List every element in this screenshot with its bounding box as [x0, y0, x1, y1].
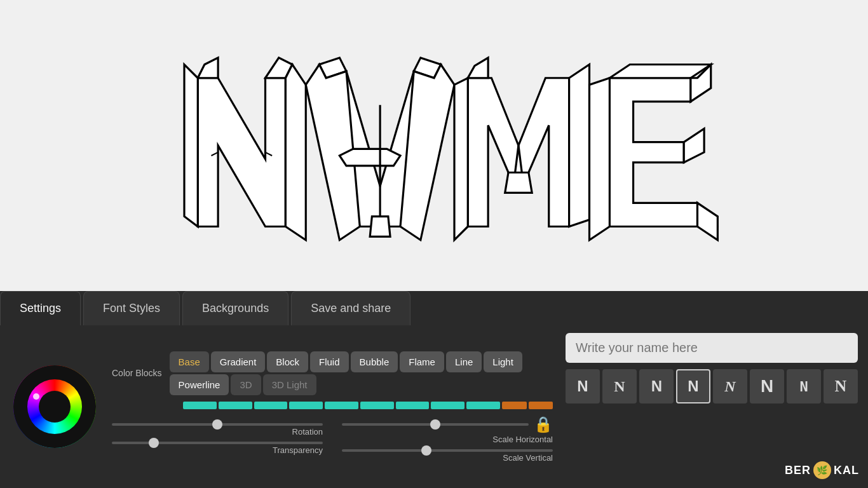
svg-marker-18: [454, 78, 468, 240]
swatch-teal-6[interactable]: [360, 402, 394, 409]
list-item[interactable]: N: [639, 369, 674, 403]
style-btn-block[interactable]: Block: [267, 351, 308, 372]
list-item[interactable]: N: [676, 369, 710, 403]
swatch-teal-5[interactable]: [325, 402, 358, 409]
swatch-teal-7[interactable]: [396, 402, 430, 409]
style-btn-line[interactable]: Line: [446, 351, 482, 372]
swatch-orange-2[interactable]: [529, 402, 553, 409]
svg-marker-23: [609, 65, 710, 78]
scale-h-slider-row: 🔒 Scale Horizontal: [342, 416, 553, 444]
transparency-slider-track[interactable]: [112, 442, 323, 444]
style-btn-gradient[interactable]: Gradient: [211, 351, 266, 372]
swatch-teal-8[interactable]: [431, 402, 465, 409]
middle-controls: Color Blocks Base Gradient Block Fluid B…: [112, 333, 553, 480]
style-btn-3d-light[interactable]: 3D Light: [263, 374, 316, 395]
swatch-orange-1[interactable]: [502, 402, 527, 409]
swatch-group-teal: [183, 402, 500, 409]
rotation-slider-track[interactable]: [112, 423, 323, 426]
color-blocks-row: Color Blocks Base Gradient Block Fluid B…: [112, 351, 553, 395]
scale-h-label: Scale Horizontal: [342, 435, 553, 444]
scale-h-slider-thumb[interactable]: [430, 419, 440, 430]
style-btn-3d[interactable]: 3D: [231, 374, 261, 395]
swatch-group-orange: [502, 402, 553, 409]
swatch-teal-1[interactable]: [183, 402, 217, 409]
swatch-teal-4[interactable]: [289, 402, 323, 409]
style-btn-flame[interactable]: Flame: [400, 351, 444, 372]
tabs-row: Settings Font Styles Backgrounds Save an…: [0, 291, 868, 325]
right-section: N N N N N N N N: [566, 333, 858, 480]
list-item[interactable]: N: [713, 369, 747, 403]
berikal-logo-leaf: 🌿: [813, 461, 831, 479]
tab-settings[interactable]: Settings: [0, 291, 81, 325]
list-item[interactable]: N: [566, 369, 600, 403]
name-input[interactable]: [566, 333, 858, 363]
color-wheel-section: [10, 333, 99, 480]
style-btn-powerline[interactable]: Powerline: [170, 374, 229, 395]
bottom-panel: Settings Font Styles Backgrounds Save an…: [0, 291, 868, 488]
list-item[interactable]: N: [787, 369, 821, 403]
scale-v-slider-track[interactable]: [342, 449, 553, 452]
swatch-teal-3[interactable]: [254, 402, 288, 409]
sliders-area: Rotation Transparency: [112, 416, 553, 463]
name-style-grid: N N N N N N N N: [566, 369, 858, 403]
berikal-text: BER: [785, 464, 811, 477]
tab-save-share[interactable]: Save and share: [291, 291, 410, 325]
svg-marker-12: [339, 149, 400, 166]
scale-h-slider-track[interactable]: [342, 423, 529, 426]
berikal-text-2: KAL: [834, 464, 859, 477]
style-btn-bubble[interactable]: Bubble: [351, 351, 398, 372]
color-wheel-highlight: [33, 393, 39, 400]
rotation-slider-thumb[interactable]: [212, 419, 222, 430]
scale-v-slider-thumb[interactable]: [421, 445, 431, 456]
svg-marker-17: [569, 65, 590, 227]
canvas-area: [0, 0, 868, 291]
transparency-slider-thumb[interactable]: [149, 438, 159, 448]
scale-slider-group: 🔒 Scale Horizontal Scale Vertical: [342, 416, 553, 463]
svg-marker-25: [589, 78, 609, 240]
swatches-container: [183, 402, 553, 409]
leaf-icon: 🌿: [817, 465, 828, 475]
svg-marker-3: [285, 65, 306, 240]
svg-marker-21: [505, 173, 532, 193]
list-item[interactable]: N: [602, 369, 637, 403]
color-blocks-label: Color Blocks: [112, 368, 162, 378]
berikal-logo: BER 🌿 KAL: [785, 461, 859, 479]
transparency-slider-row: Transparency: [112, 442, 323, 455]
svg-marker-0: [198, 78, 285, 227]
tab-font-styles[interactable]: Font Styles: [83, 291, 180, 325]
svg-marker-24: [697, 203, 717, 240]
style-btn-base[interactable]: Base: [170, 351, 209, 372]
svg-marker-1: [198, 58, 218, 78]
scale-v-label: Scale Vertical: [342, 453, 553, 463]
style-btn-light[interactable]: Light: [484, 351, 522, 372]
rotation-slider-group: Rotation Transparency: [112, 423, 323, 455]
lock-icon[interactable]: 🔒: [534, 416, 553, 433]
list-item[interactable]: N: [750, 369, 784, 403]
svg-marker-14: [370, 217, 390, 237]
rotation-slider-row: Rotation: [112, 423, 323, 437]
list-item[interactable]: N: [824, 369, 858, 403]
svg-marker-16: [468, 58, 488, 78]
swatch-teal-9[interactable]: [466, 402, 500, 409]
style-buttons: Base Gradient Block Fluid Bubble Flame L…: [170, 351, 553, 395]
transparency-label: Transparency: [112, 445, 323, 455]
svg-marker-27: [684, 128, 704, 162]
color-wheel[interactable]: [13, 365, 96, 448]
tab-backgrounds[interactable]: Backgrounds: [182, 291, 288, 325]
svg-marker-4: [184, 65, 198, 227]
swatch-teal-2[interactable]: [219, 402, 252, 409]
scale-v-slider-row: Scale Vertical: [342, 449, 553, 463]
graffiti-preview: [0, 0, 868, 291]
graffiti-svg: [130, 37, 738, 254]
content-area: Color Blocks Base Gradient Block Fluid B…: [0, 325, 868, 488]
style-btn-fluid[interactable]: Fluid: [310, 351, 349, 372]
lock-area: 🔒: [534, 416, 553, 433]
